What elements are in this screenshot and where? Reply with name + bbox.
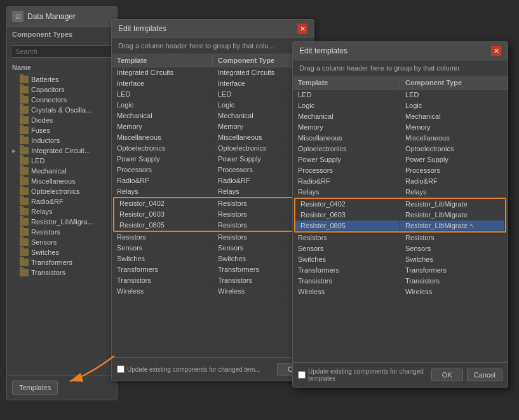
table-row[interactable]: Miscellaneous Miscellaneous: [293, 133, 508, 144]
table-row[interactable]: Optoelectronics Optoelectronics: [112, 143, 314, 154]
table-row[interactable]: Logic Logic: [293, 100, 508, 111]
table-row[interactable]: Memory Memory: [112, 121, 314, 132]
table-row[interactable]: Integrated Circuits Integrated Circuits: [112, 67, 314, 78]
table-row[interactable]: Resistor_0603 Resistor_LibMigrate: [295, 210, 505, 220]
cell-template: Logic: [112, 100, 213, 110]
cell-template: Transistors: [112, 275, 213, 285]
tree-item[interactable]: Diodes: [7, 115, 117, 125]
table-row[interactable]: Wireless Wireless: [293, 287, 508, 297]
cell-template: Power Supply: [293, 154, 400, 165]
tree-item[interactable]: Resistors: [7, 227, 117, 237]
cell-component-type: Processors: [400, 165, 508, 175]
table-row[interactable]: Resistors Resistors: [293, 233, 508, 243]
table-row[interactable]: Transistors Transistors: [112, 275, 314, 286]
tree-item[interactable]: Crystals & Oscilla...: [7, 105, 117, 115]
table-row[interactable]: Sensors Sensors: [112, 243, 314, 254]
tree-item[interactable]: Miscellaneous: [7, 176, 117, 186]
tree-arrow: ▶: [12, 148, 17, 154]
table-row[interactable]: Resistor_0402 Resistor_LibMigrate: [295, 199, 505, 210]
templates-button[interactable]: Templates: [12, 381, 58, 395]
table-row[interactable]: Transformers Transformers: [112, 264, 314, 275]
tree-item[interactable]: Mechanical: [7, 166, 117, 176]
folder-icon: [20, 137, 29, 144]
tree-item[interactable]: Switches: [7, 247, 117, 257]
tree-item[interactable]: Connectors: [7, 95, 117, 105]
table-row[interactable]: Mechanical Mechanical: [112, 111, 314, 121]
cell-template: Radio&RF: [293, 176, 400, 186]
tree-item[interactable]: LED: [7, 156, 117, 166]
table-row[interactable]: Wireless Wireless: [112, 286, 314, 297]
search-input[interactable]: [11, 45, 113, 58]
app-footer: Templates: [7, 375, 117, 400]
table-row[interactable]: Relays Relays: [293, 187, 508, 198]
cell-template: LED: [112, 89, 213, 99]
table-row[interactable]: Switches Switches: [112, 254, 314, 264]
cell-component-type: Switches: [400, 254, 508, 264]
cell-template: Optoelectronics: [293, 144, 400, 154]
cell-component-type: Radio&RF: [400, 176, 508, 186]
tree-item-label: Connectors: [31, 96, 67, 104]
table-row[interactable]: Processors Processors: [112, 165, 314, 175]
tree-item-label: Transformers: [31, 259, 72, 266]
dialog1-close-button[interactable]: ✕: [297, 24, 307, 34]
table-row[interactable]: Radio&RF Radio&RF: [293, 176, 508, 187]
cell-template: Transformers: [293, 265, 400, 275]
dialog2-checkbox-label: Update existing components for changed t…: [308, 368, 426, 382]
cell-template: Resistor_0805: [114, 220, 213, 230]
table-row[interactable]: Memory Memory: [293, 122, 508, 133]
table-row[interactable]: Resistor_0603 Resistors: [114, 209, 311, 220]
table-row[interactable]: Transistors Transistors: [293, 276, 508, 287]
tree-item[interactable]: Radio&RF: [7, 196, 117, 207]
dialog2-col-template: Template: [293, 76, 400, 89]
tree-item-label: Radio&RF: [31, 198, 64, 205]
table-row[interactable]: Optoelectronics Optoelectronics: [293, 144, 508, 154]
component-types-label: Component Types: [7, 27, 117, 43]
cell-template: Relays: [293, 187, 400, 197]
table-row[interactable]: LED LED: [293, 90, 508, 100]
table-row[interactable]: Resistors Resistors: [112, 232, 314, 243]
table-row[interactable]: Radio&RF Radio&RF: [112, 175, 314, 186]
table-row[interactable]: Power Supply Power Supply: [112, 154, 314, 165]
table-row[interactable]: Transformers Transformers: [293, 265, 508, 276]
tree-item[interactable]: Fuses: [7, 125, 117, 135]
table-row[interactable]: Relays Relays: [112, 186, 314, 197]
dialog1-checkbox[interactable]: [117, 365, 125, 373]
tree-item[interactable]: Inductors: [7, 135, 117, 146]
cell-template: Resistors: [293, 233, 400, 243]
cell-component-type: Logic: [400, 100, 508, 111]
tree-item[interactable]: Batteries: [7, 74, 117, 85]
table-row[interactable]: LED LED: [112, 89, 314, 100]
table-row[interactable]: Processors Processors: [293, 165, 508, 176]
cell-template: Miscellaneous: [293, 133, 400, 143]
cell-template: Mechanical: [293, 111, 400, 121]
table-row[interactable]: Interface Interface: [112, 78, 314, 89]
dialog2-checkbox[interactable]: [298, 371, 306, 379]
tree-item[interactable]: Transistors: [7, 268, 117, 278]
cell-template: Miscellaneous: [112, 132, 213, 142]
dialog2-close-button[interactable]: ✕: [491, 46, 501, 56]
cell-template: Resistor_0603: [114, 209, 213, 219]
tree-item[interactable]: Sensors: [7, 237, 117, 247]
table-row[interactable]: Sensors Sensors: [293, 243, 508, 254]
tree-item[interactable]: Transformers: [7, 257, 117, 268]
tree-item-label: Optoelectronics: [31, 187, 79, 195]
cell-template: Resistor_0603: [295, 210, 400, 220]
table-row[interactable]: Mechanical Mechanical: [293, 111, 508, 122]
tree-item[interactable]: Optoelectronics: [7, 186, 117, 196]
table-row[interactable]: Logic Logic: [112, 100, 314, 111]
dialog2-cancel-button[interactable]: Cancel: [467, 369, 502, 381]
cell-component-type: Mechanical: [400, 111, 508, 121]
folder-icon: [20, 167, 29, 175]
tree-item[interactable]: Capacitors: [7, 85, 117, 95]
folder-icon: [20, 126, 29, 134]
table-row[interactable]: Resistor_0805 Resistors: [114, 220, 311, 231]
table-row[interactable]: Miscellaneous Miscellaneous: [112, 132, 314, 143]
table-row[interactable]: Power Supply Power Supply: [293, 154, 508, 165]
tree-item[interactable]: ▶ Integrated Circuit...: [7, 146, 117, 156]
dialog2-ok-button[interactable]: OK: [431, 369, 463, 381]
table-row[interactable]: Resistor_0402 Resistors: [114, 198, 311, 209]
tree-item[interactable]: Relays: [7, 207, 117, 217]
table-row[interactable]: Switches Switches: [293, 254, 508, 265]
tree-item[interactable]: Resistor_LibMigra...: [7, 217, 117, 227]
table-row[interactable]: Resistor_0805 Resistor_LibMigrate ↖: [295, 220, 505, 231]
